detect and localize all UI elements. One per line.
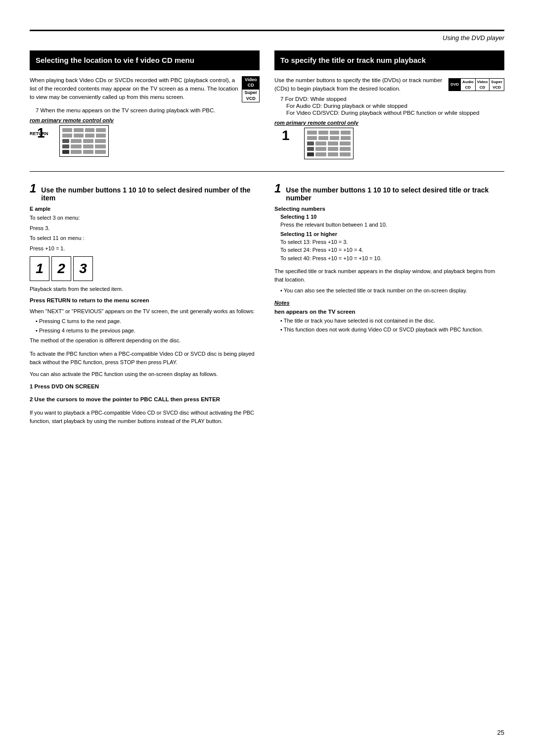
right-step1-overlay: 1 xyxy=(282,128,290,143)
r-btn-dark3 xyxy=(307,152,314,156)
right-remote-box xyxy=(304,128,354,159)
left-step7: 7 When the menu appears on the TV screen… xyxy=(30,107,260,113)
r-btn14 xyxy=(340,147,351,151)
press-return-note: Press RETURN to return to the menu scree… xyxy=(30,297,260,303)
big-step-text-left: Use the number buttons 1 10 10 to select… xyxy=(41,186,260,202)
btn2 xyxy=(74,128,84,132)
instruction2: 2 Use the cursors to move the pointer to… xyxy=(30,395,260,404)
right-step7: 7 For DVD: While stopped For Audio CD: D… xyxy=(274,96,504,116)
pressing-c: Pressing C turns to the next page. xyxy=(30,317,260,326)
r-btn7 xyxy=(330,136,340,140)
next-prev-note: When "NEXT" or "PREVIOUS" appears on the… xyxy=(30,307,260,316)
to-select40: To select 40: Press +10 = +10 = +10 = 10… xyxy=(280,254,504,263)
btn6 xyxy=(74,134,84,138)
to-select24: To select 24: Press +10 = +10 = 4. xyxy=(280,246,504,254)
pressing-4: Pressing 4 returns to the previous page. xyxy=(30,327,260,335)
big-step-header-left: 1 Use the number buttons 1 10 10 to sele… xyxy=(30,182,260,202)
right-intro-row: Use the number buttons to specify the ti… xyxy=(274,76,504,94)
number-card-1: 1 xyxy=(30,256,49,281)
btn-dark2 xyxy=(62,144,69,148)
left-intro-text: When playing back Video CDs or SVCDs rec… xyxy=(30,76,238,102)
page-number: 25 xyxy=(497,729,504,736)
right-from-remote: rom primary remote control only xyxy=(274,120,504,126)
big-step-header-right: 1 Use the number buttons 1 10 10 to sele… xyxy=(274,182,504,202)
notes-label: Notes xyxy=(274,300,504,306)
remote-row5 xyxy=(62,150,106,154)
r-btn-dark2 xyxy=(307,147,314,151)
right-badge-group: DVD AudioCD VideoCD SuperVCD xyxy=(448,78,504,91)
specified-note: The specified title or track number appe… xyxy=(274,267,504,284)
r-btn3 xyxy=(330,131,340,135)
to-select3: To select 3 on menu: xyxy=(30,214,260,222)
big-step-num-right: 1 xyxy=(274,182,281,195)
hen-note: hen appears on the TV screen xyxy=(274,309,504,315)
r-btn15 xyxy=(315,152,326,156)
step7-for-audio: For Audio CD: During playback or while s… xyxy=(280,103,504,109)
btn-dark1 xyxy=(62,139,69,143)
selecting-detail: Press the relevant button between 1 and … xyxy=(280,221,504,229)
example-label: E ample xyxy=(30,206,260,212)
btn8 xyxy=(96,134,106,138)
step7-for-video: For Video CD/SVCD: During playback witho… xyxy=(280,110,504,116)
r-btn8 xyxy=(341,136,351,140)
left-column: Selecting the location to vie f video CD… xyxy=(30,50,260,163)
also-see: You can also see the selected title or t… xyxy=(274,286,504,295)
r-btn6 xyxy=(318,136,328,140)
notes-section: Notes hen appears on the TV screen The t… xyxy=(274,300,504,334)
number-card-3: 3 xyxy=(73,256,93,281)
return-label: RETURN xyxy=(30,131,48,136)
r-btn17 xyxy=(340,152,351,156)
btn11 xyxy=(95,139,106,143)
selecting-11-higher: Selecting 11 or higher xyxy=(280,231,504,237)
left-remote-box xyxy=(59,125,109,157)
step7-for-dvd: 7 For DVD: While stopped xyxy=(280,96,504,102)
big-step-right: 1 Use the number buttons 1 10 10 to sele… xyxy=(274,182,504,426)
btn15 xyxy=(71,150,82,154)
btn4 xyxy=(96,128,106,132)
r-btn10 xyxy=(328,142,339,145)
final-note: If you want to playback a PBC-compatible… xyxy=(30,409,260,426)
r-btn13 xyxy=(328,147,339,151)
note2: This function does not work during Video… xyxy=(274,326,504,334)
to-select13: To select 13: Press +10 = 3. xyxy=(280,238,504,246)
r-btn11 xyxy=(340,142,351,145)
page-header: Using the DVD player xyxy=(30,34,504,42)
left-badge-group: VideoCD SuperVCD xyxy=(242,76,260,103)
playback-note: Playback starts from the selected item. xyxy=(30,285,260,293)
number-cards: 1 2 3 xyxy=(30,256,260,281)
btn13 xyxy=(83,144,94,148)
remote-row3 xyxy=(62,139,106,143)
r-remote-row3 xyxy=(307,142,351,145)
pbc-note1: To activate the PBC function when a PBC-… xyxy=(30,350,260,367)
remote-row2 xyxy=(62,134,106,138)
badge-video-cd: VideoCD xyxy=(242,77,259,90)
instruction1: 1 Press DVD ON SCREEN xyxy=(30,382,260,391)
remote-row1 xyxy=(62,128,106,132)
btn3 xyxy=(85,128,95,132)
btn17 xyxy=(95,150,106,154)
r-btn16 xyxy=(328,152,339,156)
number-card-2: 2 xyxy=(51,256,71,281)
big-step-left: 1 Use the number buttons 1 10 10 to sele… xyxy=(30,182,260,426)
right-section-header: To specify the title or track num playba… xyxy=(274,50,504,70)
r-btn9 xyxy=(315,142,326,145)
note1: The title or track you have selected is … xyxy=(274,317,504,325)
method-note: The method of the operation is different… xyxy=(30,336,260,345)
left-intro-row: When playing back Video CDs or SVCDs rec… xyxy=(30,76,260,103)
badge-super-vcd: SuperVCD xyxy=(242,90,259,102)
remote-row4 xyxy=(62,144,106,148)
top-rule xyxy=(30,30,504,31)
selecting-numbers: Selecting numbers xyxy=(274,206,504,212)
big-step-section: 1 Use the number buttons 1 10 10 to sele… xyxy=(30,182,504,426)
to-select11: To select 11 on menu : xyxy=(30,234,260,242)
r-remote-row4 xyxy=(307,147,351,151)
pbc-note2: You can also activate the PBC function u… xyxy=(30,370,260,379)
left-section-header: Selecting the location to vie f video CD… xyxy=(30,50,260,70)
left-from-remote: rom primary remote control only xyxy=(30,117,260,123)
btn12 xyxy=(71,144,82,148)
big-step-text-right: Use the number buttons 1 10 10 to select… xyxy=(286,186,504,202)
selecting-1-10: Selecting 1 10 xyxy=(280,214,504,220)
right-remote-area: 1 xyxy=(304,128,504,159)
right-intro-text: Use the number buttons to specify the ti… xyxy=(274,76,445,94)
r-btn12 xyxy=(315,147,326,151)
